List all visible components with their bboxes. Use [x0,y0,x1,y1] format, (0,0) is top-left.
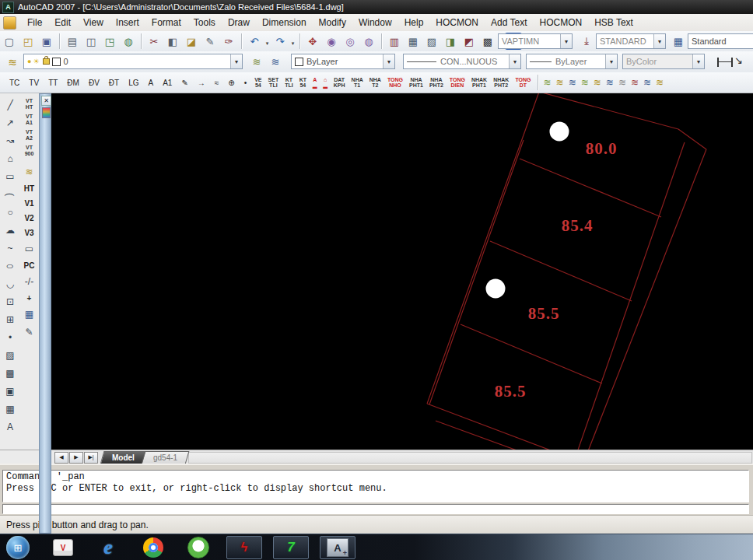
plot-style-combo[interactable]: ByColor [622,54,705,69]
block-editor-icon[interactable]: ✑ [220,33,237,50]
table-style-manager-icon[interactable]: ▦ [670,33,687,50]
save-icon[interactable]: ▣ [38,33,55,50]
make-object-layer-current-icon[interactable]: ≋ [248,54,265,71]
button-a-[interactable]: A▂ [311,75,318,90]
designcenter-icon[interactable]: ▦ [405,33,422,50]
title-bar[interactable]: A AutoCAD 2007 - [C:\Users\Administrator… [0,0,753,14]
button-set-tli[interactable]: SETTLI [267,75,281,90]
tab-model[interactable]: Model [100,451,147,464]
sheet-set-icon[interactable]: ◨ [442,33,459,50]
spline-icon[interactable]: ~ [2,240,19,257]
arc-icon[interactable]: ( [2,186,19,203]
mtext-icon[interactable]: A [2,418,19,436]
tab-scroll-next-icon[interactable]: ▶ [69,452,83,464]
command-input[interactable] [2,504,749,514]
paste-icon[interactable]: ◪ [183,33,200,50]
button-a1[interactable]: A1 [159,77,176,89]
button-vt-a1[interactable]: VTA1 [21,112,38,128]
zoom-window-icon[interactable]: ◎ [341,33,359,50]
zoom-previous-icon[interactable]: ◍ [360,33,377,50]
dim-style-combo[interactable]: STANDARD [596,33,666,49]
button-plus[interactable]: + [21,291,38,306]
menu-dimension-7[interactable]: Dimension [256,16,313,30]
gradient-icon[interactable]: ▩ [2,365,19,382]
pan-realtime-icon[interactable]: ✥ [304,33,321,50]
markup-icon[interactable]: ◩ [461,33,478,50]
lineweight-combo[interactable]: ByLayer [526,54,618,69]
button-nha-t2[interactable]: NHAT2 [368,75,383,90]
dot-icon[interactable]: • [240,77,251,89]
dwf-icon[interactable]: ◍ [120,33,137,50]
internet-explorer-taskbar-icon[interactable]: e [96,536,120,559]
start-taskbar-icon[interactable]: ⊞ [6,536,30,559]
layer-properties-icon[interactable]: ≋ [4,54,21,71]
viewport-icon[interactable]: ▭ [21,240,38,257]
button-tv[interactable]: TV [25,77,43,89]
coccoc-taskbar-icon[interactable] [187,536,210,559]
button-lg[interactable]: LG [124,77,142,89]
table-style-combo[interactable]: Standard [688,33,753,49]
tab-scroll-first-icon[interactable]: ◀ [54,452,68,464]
button--[interactable]: ⌂▂ [321,75,328,90]
region-icon[interactable]: ▣ [2,383,19,400]
rectangle-icon[interactable]: ▭ [2,168,19,185]
layers-icon[interactable]: ≋ [21,163,38,180]
chevron-down-icon[interactable] [230,54,242,68]
chevron-down-icon[interactable] [509,54,520,68]
plot-preview-icon[interactable]: ◫ [82,33,100,50]
menu-hsb-text-14[interactable]: HSB Text [588,16,639,30]
tab-scroll-last-icon[interactable]: ▶| [84,452,98,464]
menu-hocmon-11[interactable]: HOCMON [429,16,485,30]
button-vt-a2[interactable]: VTA2 [21,128,38,143]
dim-linear-icon[interactable] [717,58,733,67]
button-đv[interactable]: ĐV [85,77,103,89]
garena-taskbar-icon[interactable]: ϟ [226,536,262,559]
menu-draw-6[interactable]: Draw [222,16,256,30]
drawing-canvas[interactable]: 80.085.485.585.5 [51,93,753,450]
publish-icon[interactable]: ◳ [101,33,118,50]
point-icon[interactable]: • [2,329,19,346]
layer-previous-icon[interactable]: ≋ [267,54,284,71]
polyline-icon[interactable]: ↝ [2,132,19,149]
menu-hocmon-13[interactable]: HOCMON [533,16,588,30]
ellipse-arc-icon[interactable]: ◡ [2,275,19,292]
panel-grip-icon[interactable] [42,107,51,118]
arrow-icon[interactable]: → [194,77,209,89]
button-nha-pht2[interactable]: NHAPHT2 [428,75,445,90]
button-v3[interactable]: V3 [21,226,38,240]
layer-isolate-icon[interactable]: ≋ [618,77,626,88]
chevron-down-icon[interactable] [383,54,394,68]
tab-gd54-1[interactable]: gd54-1 [141,451,189,464]
unikey-taskbar-icon[interactable]: V [51,536,75,559]
drawing-sys-icon[interactable] [3,16,16,30]
layer-thaw-sun-icon[interactable]: ☀ [33,58,39,65]
layer-on-bulb-icon[interactable]: ● [27,58,31,65]
edit-icon[interactable]: ✎ [21,324,38,341]
polygon-icon[interactable]: ⌂ [2,150,19,167]
button-tong-nho[interactable]: TONGNHO [386,75,405,90]
text-style-combo[interactable]: VAPTIMN [498,33,573,49]
layer-off-icon[interactable]: ≋ [643,77,651,88]
layer-states-icon[interactable]: ≋ [569,77,576,88]
menu-help-10[interactable]: Help [398,16,430,30]
button-kt-54[interactable]: KT54 [298,75,308,90]
break-icon[interactable]: -/- [21,273,38,290]
button-nhak-pht1[interactable]: NHAKPHT1 [470,75,489,90]
layer-match-icon[interactable]: ≋ [594,77,601,88]
menu-format-4[interactable]: Format [145,16,187,30]
docked-panel-strip[interactable]: ✕ [39,93,51,534]
match-properties-icon[interactable]: ✎ [201,33,219,50]
quickcalc-icon[interactable]: ▩ [479,33,496,50]
button-a[interactable]: A [145,77,158,89]
linetype-combo[interactable]: CON...NUOUS [403,54,521,69]
menu-view-2[interactable]: View [77,16,110,30]
circle-icon[interactable]: ○ [2,204,19,221]
line-icon[interactable]: ╱ [2,96,19,114]
button-tc[interactable]: TC [5,77,23,89]
layer-lock-icon[interactable]: ≋ [656,77,664,88]
open-file-icon[interactable]: ◰ [19,33,37,50]
make-layer-current-icon[interactable]: ≋ [544,77,552,88]
chevron-down-icon[interactable] [653,34,665,48]
button-kt-tli[interactable]: KTTLI [283,75,295,90]
redo-icon-dropdown[interactable]: ▾ [289,33,296,49]
